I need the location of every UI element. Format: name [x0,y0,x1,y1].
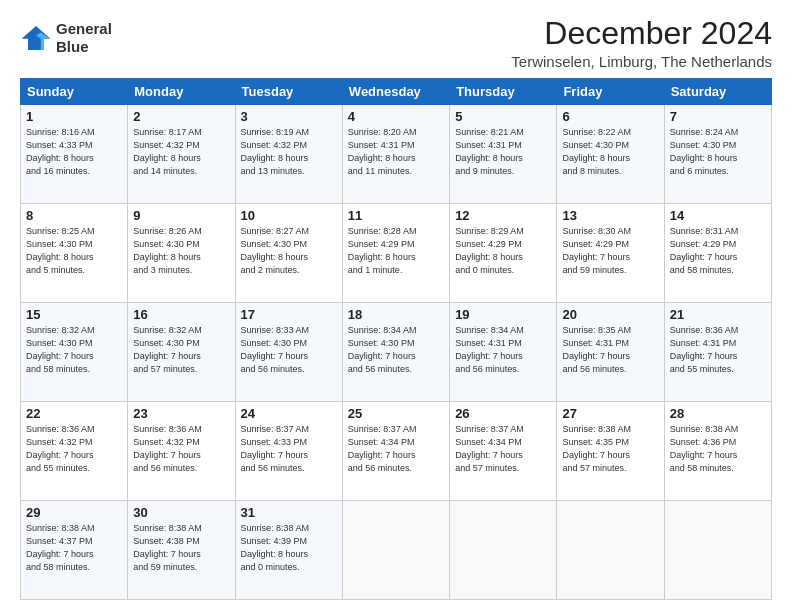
day-number: 24 [241,406,337,421]
calendar-cell: 7Sunrise: 8:24 AMSunset: 4:30 PMDaylight… [664,105,771,204]
day-info: Sunrise: 8:21 AMSunset: 4:31 PMDaylight:… [455,126,551,178]
calendar-header-saturday: Saturday [664,79,771,105]
day-info: Sunrise: 8:37 AMSunset: 4:34 PMDaylight:… [455,423,551,475]
day-info: Sunrise: 8:37 AMSunset: 4:34 PMDaylight:… [348,423,444,475]
calendar-table: SundayMondayTuesdayWednesdayThursdayFrid… [20,78,772,600]
logo-icon [20,24,52,52]
day-info: Sunrise: 8:22 AMSunset: 4:30 PMDaylight:… [562,126,658,178]
day-number: 22 [26,406,122,421]
title-block: December 2024 Terwinselen, Limburg, The … [511,16,772,70]
day-number: 15 [26,307,122,322]
day-info: Sunrise: 8:32 AMSunset: 4:30 PMDaylight:… [26,324,122,376]
day-number: 16 [133,307,229,322]
day-info: Sunrise: 8:20 AMSunset: 4:31 PMDaylight:… [348,126,444,178]
calendar-cell: 14Sunrise: 8:31 AMSunset: 4:29 PMDayligh… [664,204,771,303]
calendar-cell: 10Sunrise: 8:27 AMSunset: 4:30 PMDayligh… [235,204,342,303]
day-number: 19 [455,307,551,322]
calendar-cell: 13Sunrise: 8:30 AMSunset: 4:29 PMDayligh… [557,204,664,303]
day-number: 9 [133,208,229,223]
day-info: Sunrise: 8:28 AMSunset: 4:29 PMDaylight:… [348,225,444,277]
calendar-cell: 27Sunrise: 8:38 AMSunset: 4:35 PMDayligh… [557,402,664,501]
calendar-cell: 17Sunrise: 8:33 AMSunset: 4:30 PMDayligh… [235,303,342,402]
day-info: Sunrise: 8:37 AMSunset: 4:33 PMDaylight:… [241,423,337,475]
calendar-cell: 26Sunrise: 8:37 AMSunset: 4:34 PMDayligh… [450,402,557,501]
day-number: 10 [241,208,337,223]
day-number: 2 [133,109,229,124]
day-info: Sunrise: 8:34 AMSunset: 4:30 PMDaylight:… [348,324,444,376]
day-info: Sunrise: 8:38 AMSunset: 4:38 PMDaylight:… [133,522,229,574]
calendar-header-monday: Monday [128,79,235,105]
day-info: Sunrise: 8:38 AMSunset: 4:35 PMDaylight:… [562,423,658,475]
day-info: Sunrise: 8:32 AMSunset: 4:30 PMDaylight:… [133,324,229,376]
calendar-header-tuesday: Tuesday [235,79,342,105]
day-info: Sunrise: 8:25 AMSunset: 4:30 PMDaylight:… [26,225,122,277]
day-number: 28 [670,406,766,421]
day-info: Sunrise: 8:38 AMSunset: 4:36 PMDaylight:… [670,423,766,475]
day-info: Sunrise: 8:38 AMSunset: 4:37 PMDaylight:… [26,522,122,574]
day-number: 4 [348,109,444,124]
calendar-cell: 18Sunrise: 8:34 AMSunset: 4:30 PMDayligh… [342,303,449,402]
logo-text: General Blue [56,20,112,56]
calendar-cell: 23Sunrise: 8:36 AMSunset: 4:32 PMDayligh… [128,402,235,501]
calendar-cell: 24Sunrise: 8:37 AMSunset: 4:33 PMDayligh… [235,402,342,501]
day-info: Sunrise: 8:35 AMSunset: 4:31 PMDaylight:… [562,324,658,376]
calendar-header-sunday: Sunday [21,79,128,105]
day-number: 5 [455,109,551,124]
calendar-cell: 20Sunrise: 8:35 AMSunset: 4:31 PMDayligh… [557,303,664,402]
day-number: 23 [133,406,229,421]
calendar-week-row: 8Sunrise: 8:25 AMSunset: 4:30 PMDaylight… [21,204,772,303]
calendar-week-row: 1Sunrise: 8:16 AMSunset: 4:33 PMDaylight… [21,105,772,204]
day-info: Sunrise: 8:36 AMSunset: 4:32 PMDaylight:… [26,423,122,475]
calendar-cell: 19Sunrise: 8:34 AMSunset: 4:31 PMDayligh… [450,303,557,402]
calendar-cell [664,501,771,600]
day-number: 12 [455,208,551,223]
calendar-header-friday: Friday [557,79,664,105]
calendar-cell: 5Sunrise: 8:21 AMSunset: 4:31 PMDaylight… [450,105,557,204]
calendar-cell: 11Sunrise: 8:28 AMSunset: 4:29 PMDayligh… [342,204,449,303]
day-number: 20 [562,307,658,322]
calendar-cell: 16Sunrise: 8:32 AMSunset: 4:30 PMDayligh… [128,303,235,402]
calendar-cell: 31Sunrise: 8:38 AMSunset: 4:39 PMDayligh… [235,501,342,600]
logo: General Blue [20,20,112,56]
calendar-cell: 4Sunrise: 8:20 AMSunset: 4:31 PMDaylight… [342,105,449,204]
day-info: Sunrise: 8:16 AMSunset: 4:33 PMDaylight:… [26,126,122,178]
day-number: 8 [26,208,122,223]
day-number: 6 [562,109,658,124]
day-info: Sunrise: 8:30 AMSunset: 4:29 PMDaylight:… [562,225,658,277]
day-number: 17 [241,307,337,322]
day-info: Sunrise: 8:33 AMSunset: 4:30 PMDaylight:… [241,324,337,376]
calendar-cell [450,501,557,600]
day-number: 26 [455,406,551,421]
logo-line2: Blue [56,38,89,55]
calendar-cell: 3Sunrise: 8:19 AMSunset: 4:32 PMDaylight… [235,105,342,204]
day-number: 25 [348,406,444,421]
day-number: 11 [348,208,444,223]
calendar-header-row: SundayMondayTuesdayWednesdayThursdayFrid… [21,79,772,105]
day-info: Sunrise: 8:29 AMSunset: 4:29 PMDaylight:… [455,225,551,277]
day-info: Sunrise: 8:38 AMSunset: 4:39 PMDaylight:… [241,522,337,574]
day-info: Sunrise: 8:34 AMSunset: 4:31 PMDaylight:… [455,324,551,376]
subtitle: Terwinselen, Limburg, The Netherlands [511,53,772,70]
day-number: 29 [26,505,122,520]
day-number: 27 [562,406,658,421]
calendar-week-row: 15Sunrise: 8:32 AMSunset: 4:30 PMDayligh… [21,303,772,402]
calendar-cell: 30Sunrise: 8:38 AMSunset: 4:38 PMDayligh… [128,501,235,600]
calendar-cell: 21Sunrise: 8:36 AMSunset: 4:31 PMDayligh… [664,303,771,402]
day-number: 14 [670,208,766,223]
main-title: December 2024 [511,16,772,51]
day-number: 31 [241,505,337,520]
day-number: 13 [562,208,658,223]
calendar-week-row: 22Sunrise: 8:36 AMSunset: 4:32 PMDayligh… [21,402,772,501]
calendar-cell [342,501,449,600]
day-info: Sunrise: 8:24 AMSunset: 4:30 PMDaylight:… [670,126,766,178]
calendar-week-row: 29Sunrise: 8:38 AMSunset: 4:37 PMDayligh… [21,501,772,600]
calendar-header-thursday: Thursday [450,79,557,105]
calendar-cell: 29Sunrise: 8:38 AMSunset: 4:37 PMDayligh… [21,501,128,600]
calendar-cell: 12Sunrise: 8:29 AMSunset: 4:29 PMDayligh… [450,204,557,303]
calendar-cell: 1Sunrise: 8:16 AMSunset: 4:33 PMDaylight… [21,105,128,204]
day-number: 1 [26,109,122,124]
page: General Blue December 2024 Terwinselen, … [0,0,792,612]
day-info: Sunrise: 8:17 AMSunset: 4:32 PMDaylight:… [133,126,229,178]
calendar-header-wednesday: Wednesday [342,79,449,105]
day-info: Sunrise: 8:31 AMSunset: 4:29 PMDaylight:… [670,225,766,277]
